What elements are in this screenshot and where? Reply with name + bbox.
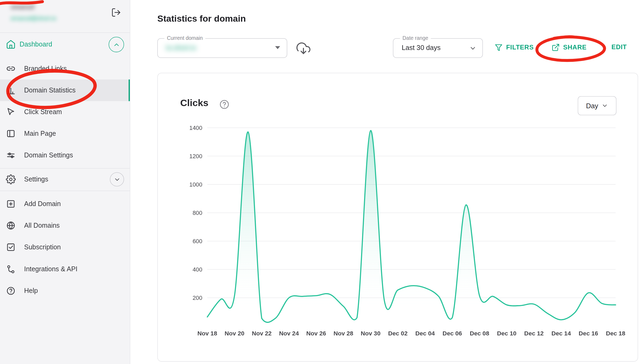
sidebar-item-domain-statistics[interactable]: Domain Statistics bbox=[0, 79, 130, 101]
chevron-up-icon bbox=[113, 41, 120, 48]
bar-chart-icon bbox=[6, 85, 16, 95]
sidebar-item-label: Branded Links bbox=[24, 65, 67, 72]
sidebar-item-domain-settings[interactable]: Domain Settings bbox=[0, 144, 130, 166]
edit-label: EDIT bbox=[611, 43, 627, 51]
expand-settings-button[interactable] bbox=[110, 172, 124, 187]
svg-text:200: 200 bbox=[192, 295, 202, 301]
sidebar-item-main-page[interactable]: Main Page bbox=[0, 123, 130, 144]
svg-text:Dec 02: Dec 02 bbox=[388, 330, 408, 337]
edit-button[interactable]: EDIT bbox=[611, 43, 627, 51]
svg-text:Nov 28: Nov 28 bbox=[334, 330, 353, 337]
home-icon bbox=[6, 40, 16, 49]
svg-text:Nov 18: Nov 18 bbox=[197, 330, 217, 337]
current-domain-label: Current domain bbox=[164, 35, 205, 41]
check-square-icon bbox=[6, 242, 16, 252]
svg-text:Dec 16: Dec 16 bbox=[579, 330, 598, 337]
svg-text:Nov 26: Nov 26 bbox=[306, 330, 326, 337]
sidebar-item-label: Settings bbox=[24, 176, 48, 183]
external-link-icon bbox=[551, 43, 560, 52]
gear-icon bbox=[6, 174, 16, 184]
granularity-select[interactable]: Day bbox=[578, 96, 616, 115]
sidebar-item-branded-links[interactable]: Branded Links bbox=[0, 58, 130, 79]
sidebar-item-integrations-api[interactable]: Integrations & API bbox=[0, 258, 130, 280]
question-circle-icon bbox=[219, 99, 230, 110]
filters-label: FILTERS bbox=[506, 44, 534, 51]
user-block: emanuil emanuil@short.io bbox=[0, 0, 130, 32]
svg-text:800: 800 bbox=[192, 210, 202, 216]
help-icon bbox=[6, 286, 16, 296]
share-button[interactable]: SHARE bbox=[551, 43, 586, 52]
clicks-title: Clicks bbox=[180, 97, 208, 109]
app-root: emanuil emanuil@short.io Dashboard bbox=[0, 0, 641, 364]
cursor-icon bbox=[6, 107, 16, 117]
sidebar-item-help[interactable]: Help bbox=[0, 280, 130, 302]
sidebar: emanuil emanuil@short.io Dashboard bbox=[0, 0, 130, 364]
share-label: SHARE bbox=[563, 44, 587, 51]
svg-text:Nov 24: Nov 24 bbox=[279, 330, 299, 337]
sliders-icon bbox=[6, 150, 16, 160]
sidebar-item-label: Integrations & API bbox=[24, 265, 77, 273]
divider bbox=[0, 32, 130, 33]
plus-square-icon bbox=[6, 199, 16, 209]
clicks-help-button[interactable] bbox=[219, 99, 230, 110]
sidebar-item-add-domain[interactable]: Add Domain bbox=[0, 193, 130, 215]
granularity-value: Day bbox=[586, 102, 598, 110]
collapse-dashboard-button[interactable] bbox=[109, 37, 124, 52]
sidebar-item-label: Dashboard bbox=[20, 41, 52, 48]
sidebar-item-label: Add Domain bbox=[24, 200, 61, 208]
svg-text:400: 400 bbox=[192, 266, 202, 273]
sidebar-item-subscription[interactable]: Subscription bbox=[0, 236, 130, 258]
sidebar-item-label: Subscription bbox=[24, 243, 61, 251]
svg-text:Nov 20: Nov 20 bbox=[225, 330, 244, 337]
svg-text:Dec 18: Dec 18 bbox=[606, 330, 625, 337]
sidebar-item-settings[interactable]: Settings bbox=[0, 169, 130, 190]
chevron-down-icon bbox=[469, 45, 477, 52]
clicks-line-chart: 200400600800100012001400Nov 18Nov 20Nov … bbox=[166, 115, 628, 342]
logout-icon bbox=[111, 7, 121, 17]
funnel-icon bbox=[495, 43, 503, 52]
svg-text:1000: 1000 bbox=[189, 181, 202, 188]
caret-down-icon bbox=[275, 46, 280, 49]
user-email: emanuil@short.io bbox=[11, 15, 56, 22]
clicks-card: Clicks Day 200400600800100012001400Nov 1… bbox=[157, 73, 638, 362]
main-content: Statistics for domain Current domain to.… bbox=[130, 0, 641, 364]
page-title: Statistics for domain bbox=[157, 14, 246, 24]
svg-text:Dec 14: Dec 14 bbox=[551, 330, 571, 337]
sidebar-item-all-domains[interactable]: All Domains bbox=[0, 215, 130, 236]
divider bbox=[0, 191, 130, 191]
svg-text:600: 600 bbox=[192, 238, 202, 245]
svg-text:Nov 30: Nov 30 bbox=[361, 330, 380, 337]
sidebar-item-label: Help bbox=[24, 287, 38, 295]
date-range-label: Date range bbox=[400, 35, 431, 41]
date-range-value: Last 30 days bbox=[402, 44, 441, 52]
svg-text:1200: 1200 bbox=[189, 153, 202, 160]
filters-button[interactable]: FILTERS bbox=[495, 43, 534, 52]
link-icon bbox=[6, 64, 16, 73]
sidebar-item-label: Domain Settings bbox=[24, 152, 73, 159]
svg-text:Dec 10: Dec 10 bbox=[497, 330, 516, 337]
current-domain-select[interactable]: Current domain to.short.io bbox=[157, 38, 287, 58]
sidebar-item-label: Click Stream bbox=[24, 108, 62, 116]
sidebar-item-label: Main Page bbox=[24, 130, 56, 137]
date-range-select[interactable]: Date range Last 30 days bbox=[393, 38, 483, 58]
svg-text:Dec 04: Dec 04 bbox=[415, 330, 435, 337]
chevron-down-icon bbox=[601, 102, 608, 109]
user-name: emanuil bbox=[11, 3, 34, 10]
sidebar-item-dashboard[interactable]: Dashboard bbox=[0, 34, 130, 55]
current-domain-value: to.short.io bbox=[166, 44, 196, 52]
active-indicator bbox=[129, 79, 130, 101]
api-icon bbox=[6, 264, 16, 274]
sidebar-item-label: Domain Statistics bbox=[24, 87, 75, 94]
svg-text:1400: 1400 bbox=[189, 125, 202, 131]
download-report-button[interactable] bbox=[296, 41, 311, 55]
window-icon bbox=[6, 129, 16, 138]
svg-text:Nov 22: Nov 22 bbox=[252, 330, 272, 337]
svg-text:Dec 06: Dec 06 bbox=[443, 330, 462, 337]
sidebar-item-label: All Domains bbox=[24, 222, 60, 229]
sidebar-item-click-stream[interactable]: Click Stream bbox=[0, 101, 130, 123]
chevron-down-icon bbox=[113, 176, 120, 183]
svg-text:Dec 12: Dec 12 bbox=[524, 330, 544, 337]
globe-icon bbox=[6, 220, 16, 230]
svg-text:Dec 08: Dec 08 bbox=[470, 330, 489, 337]
logout-button[interactable] bbox=[110, 6, 123, 20]
